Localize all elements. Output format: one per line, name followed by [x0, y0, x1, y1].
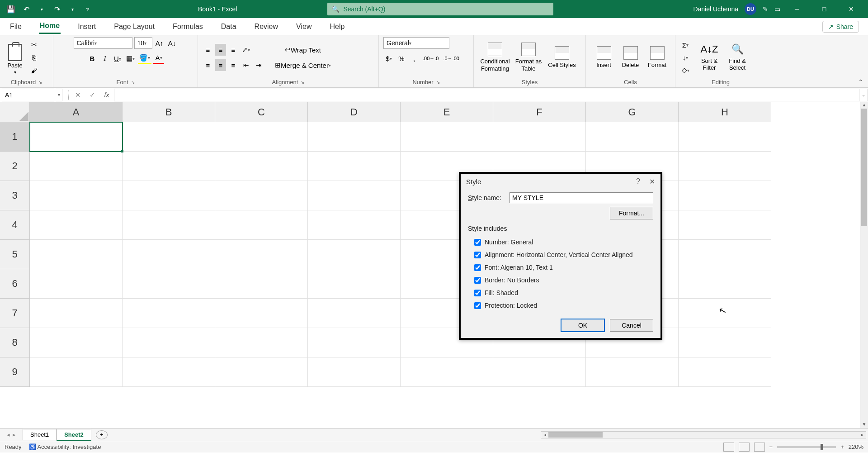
zoom-slider[interactable]	[777, 446, 836, 448]
italic-button[interactable]: I	[99, 52, 110, 64]
cell[interactable]	[30, 299, 123, 328]
tab-home[interactable]: Home	[39, 19, 61, 34]
borders-button[interactable]: ▦	[125, 52, 136, 64]
cell[interactable]	[215, 152, 308, 181]
cell[interactable]	[123, 269, 215, 299]
select-all-button[interactable]	[0, 102, 30, 122]
fill-checkbox[interactable]	[474, 290, 481, 296]
formula-input[interactable]	[114, 89, 859, 101]
col-header[interactable]: C	[215, 102, 308, 122]
display-options-icon[interactable]: ▭	[774, 5, 780, 13]
row-header[interactable]: 8	[0, 328, 30, 357]
border-checkbox[interactable]	[474, 277, 481, 284]
zoom-out-icon[interactable]: −	[769, 443, 773, 450]
cell[interactable]	[123, 299, 215, 328]
cell[interactable]	[123, 210, 215, 240]
font-checkbox[interactable]	[474, 264, 481, 271]
cell[interactable]	[123, 181, 215, 210]
fill-icon[interactable]: ↓	[680, 52, 691, 63]
cut-icon[interactable]: ✂	[28, 40, 40, 50]
align-right-icon[interactable]: ≡	[228, 59, 239, 71]
cell[interactable]	[308, 210, 401, 240]
cell[interactable]	[679, 357, 771, 387]
cell[interactable]	[401, 357, 493, 387]
cell-styles-button[interactable]: Cell Styles	[545, 40, 579, 75]
format-painter-icon[interactable]: 🖌	[28, 65, 40, 75]
cell[interactable]	[679, 181, 771, 210]
tab-formulas[interactable]: Formulas	[172, 20, 204, 33]
cell-a1[interactable]	[30, 122, 123, 152]
accessibility-status[interactable]: ♿ Accessibility: Investigate	[29, 443, 101, 450]
cell[interactable]	[679, 299, 771, 328]
align-left-icon[interactable]: ≡	[203, 59, 213, 71]
cell[interactable]	[123, 122, 215, 152]
tab-review[interactable]: Review	[254, 20, 279, 33]
cancel-button[interactable]: Cancel	[610, 319, 653, 332]
maximize-button[interactable]: □	[814, 0, 835, 18]
scroll-down-arrow[interactable]: ▼	[860, 422, 868, 428]
zoom-in-icon[interactable]: +	[840, 443, 844, 450]
alignment-checkbox[interactable]	[474, 252, 481, 258]
row-header[interactable]: 1	[0, 122, 30, 152]
user-name[interactable]: Daniel Uchenna	[693, 5, 738, 13]
row-header[interactable]: 3	[0, 181, 30, 210]
avatar[interactable]: DU	[745, 3, 756, 15]
percent-format-icon[interactable]: %	[396, 52, 407, 64]
font-size-combo[interactable]: 10	[134, 37, 152, 49]
cell[interactable]	[215, 357, 308, 387]
protection-checkbox[interactable]	[474, 302, 481, 309]
cell[interactable]	[215, 181, 308, 210]
increase-indent-icon[interactable]: ⇥	[253, 59, 264, 71]
tab-help[interactable]: Help	[329, 20, 345, 33]
cell[interactable]	[30, 269, 123, 299]
row-header[interactable]: 5	[0, 240, 30, 269]
fill-color-button[interactable]: 🪣	[138, 52, 151, 64]
font-name-combo[interactable]: Calibri	[74, 37, 132, 49]
align-top-icon[interactable]: ≡	[203, 44, 213, 56]
format-button[interactable]: Format...	[610, 207, 653, 219]
cell[interactable]	[401, 122, 493, 152]
cell[interactable]	[308, 269, 401, 299]
sheet-tab-2[interactable]: Sheet2	[57, 429, 91, 441]
name-box-dropdown[interactable]: ▾	[56, 89, 62, 101]
bold-button[interactable]: B	[87, 52, 98, 64]
tab-page-layout[interactable]: Page Layout	[113, 20, 156, 33]
cell[interactable]	[215, 122, 308, 152]
cell[interactable]	[30, 328, 123, 357]
style-name-input[interactable]	[509, 192, 653, 203]
number-launcher[interactable]: ↘	[436, 80, 440, 85]
cell[interactable]	[679, 152, 771, 181]
cell[interactable]	[308, 122, 401, 152]
increase-decimal-icon[interactable]: .00→.0	[421, 52, 440, 64]
decrease-indent-icon[interactable]: ⇤	[241, 59, 251, 71]
tab-file[interactable]: File	[9, 20, 23, 33]
coming-soon-icon[interactable]: ✎	[763, 5, 768, 13]
cell[interactable]	[123, 328, 215, 357]
cell[interactable]	[30, 357, 123, 387]
row-header[interactable]: 6	[0, 269, 30, 299]
cell[interactable]	[308, 357, 401, 387]
cancel-formula-icon[interactable]: ✕	[71, 89, 85, 101]
sheet-tab-1[interactable]: Sheet1	[23, 429, 57, 440]
underline-button[interactable]: U	[112, 52, 123, 64]
align-center-icon[interactable]: ≡	[215, 59, 226, 71]
align-middle-icon[interactable]: ≡	[215, 44, 226, 56]
scroll-thumb[interactable]	[861, 109, 867, 226]
minimize-button[interactable]: ─	[787, 0, 807, 18]
zoom-level[interactable]: 220%	[849, 443, 863, 450]
undo-icon[interactable]: ↶	[20, 3, 33, 15]
clear-icon[interactable]: ◇	[680, 64, 691, 76]
decrease-font-icon[interactable]: A↓	[167, 37, 178, 49]
normal-view-icon[interactable]	[723, 443, 734, 452]
new-sheet-button[interactable]: +	[96, 430, 108, 439]
row-header[interactable]: 4	[0, 210, 30, 240]
cell[interactable]	[308, 328, 401, 357]
scroll-up-arrow[interactable]: ▲	[860, 102, 868, 109]
cell[interactable]	[493, 122, 586, 152]
sheet-nav[interactable]: ◂▸	[0, 431, 23, 438]
wrap-text-button[interactable]: ↩ Wrap Text	[271, 44, 335, 56]
cell[interactable]	[308, 299, 401, 328]
tab-insert[interactable]: Insert	[77, 20, 97, 33]
cell[interactable]	[123, 357, 215, 387]
scroll-right-arrow[interactable]: ▸	[859, 432, 866, 438]
